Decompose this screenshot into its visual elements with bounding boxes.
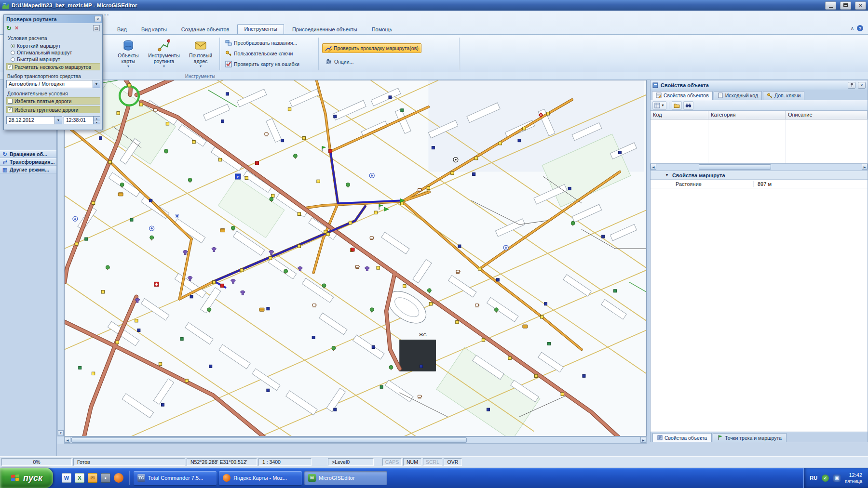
tab-pomosch[interactable]: Помощь: [366, 25, 399, 34]
road-green[interactable]: [208, 90, 237, 107]
poi-bn[interactable]: [267, 307, 270, 310]
building[interactable]: [203, 104, 230, 120]
tab-extra-keys[interactable]: Доп. ключи: [763, 91, 804, 100]
poi-cafe[interactable]: [265, 133, 269, 136]
poi-tree[interactable]: [207, 308, 211, 313]
building[interactable]: [153, 379, 174, 404]
quick-access-grip[interactable]: ··: [104, 12, 110, 18]
poi-yn[interactable]: [523, 127, 526, 130]
dialog-titlebar[interactable]: Проверка роутинга ×: [4, 15, 102, 23]
poi-yn[interactable]: [508, 356, 511, 359]
poi-tree[interactable]: [389, 365, 393, 370]
poi-yn[interactable]: [271, 194, 274, 197]
poi-shirt[interactable]: [298, 266, 302, 271]
open-button[interactable]: [672, 101, 682, 110]
scroll-down-button[interactable]: ▼: [58, 430, 64, 436]
tab-instrumenty[interactable]: Инструменты: [237, 24, 284, 34]
poi-yn[interactable]: [427, 186, 430, 189]
help-icon[interactable]: ?: [857, 25, 863, 31]
poi-yn[interactable]: [116, 341, 119, 343]
road-green[interactable]: [629, 282, 646, 292]
tab-vid[interactable]: Вид: [111, 25, 133, 34]
search-button[interactable]: [683, 101, 693, 110]
routing-tools-button[interactable]: Инструменты роутинга ▾: [148, 37, 180, 73]
poi-tree[interactable]: [332, 346, 336, 351]
poi-shirt[interactable]: [231, 279, 235, 283]
minimize-button[interactable]: [825, 1, 836, 10]
poi-gn[interactable]: [180, 338, 183, 341]
poi-tree[interactable]: [370, 308, 374, 313]
poi-yn[interactable]: [185, 379, 188, 382]
road-sec[interactable]: [179, 239, 191, 299]
column-header-description[interactable]: Описание: [786, 111, 868, 119]
poi-shirt[interactable]: [240, 290, 245, 295]
poi-yn[interactable]: [75, 242, 78, 245]
poi-bn[interactable]: [568, 187, 571, 190]
bottom-tab-object-properties[interactable]: Свойства объекта: [652, 433, 712, 442]
poi-bn[interactable]: [618, 151, 621, 154]
poi-cafe[interactable]: [475, 304, 479, 307]
poi-yn[interactable]: [128, 84, 131, 87]
poi-yn[interactable]: [475, 157, 477, 159]
pin-icon[interactable]: [848, 82, 855, 89]
building[interactable]: [381, 232, 409, 254]
tab-object-properties[interactable]: Свойства объектов: [652, 91, 713, 100]
poi-tree[interactable]: [106, 265, 109, 270]
maximize-button[interactable]: [840, 1, 851, 10]
network-tray-icon[interactable]: ▣: [833, 475, 841, 482]
distance-row[interactable]: Растояние 897 м: [651, 180, 868, 188]
poi-yn[interactable]: [540, 315, 543, 318]
poi-yn[interactable]: [535, 374, 538, 377]
check-route-button[interactable]: Проверить прокладку маршрута(ов): [322, 43, 421, 53]
poi-bn[interactable]: [190, 295, 193, 298]
poi-yn[interactable]: [302, 136, 305, 139]
building[interactable]: [601, 300, 626, 319]
poi-bn[interactable]: [162, 403, 164, 406]
poi-bn[interactable]: [420, 365, 423, 368]
poi-gn[interactable]: [380, 385, 383, 388]
column-header-code[interactable]: Код: [651, 111, 708, 119]
poi-rn[interactable]: [328, 149, 332, 153]
building[interactable]: [290, 89, 319, 107]
task-microgiseditor[interactable]: M MicroGISEditor: [304, 471, 387, 485]
road-main[interactable]: [386, 273, 400, 369]
building[interactable]: [141, 299, 169, 320]
poi-chest[interactable]: [220, 229, 225, 232]
poi-bn[interactable]: [334, 408, 337, 411]
expand-dialog-icon[interactable]: ◳: [93, 25, 100, 31]
radio-optimal-route[interactable]: Оптимальный маршрут: [11, 49, 72, 56]
poi-yn[interactable]: [245, 176, 248, 179]
poi-cafe[interactable]: [370, 237, 374, 239]
poi-chest[interactable]: [259, 308, 264, 311]
poi-yn[interactable]: [326, 233, 329, 236]
building[interactable]: [413, 259, 432, 283]
building[interactable]: [269, 257, 297, 279]
bottom-tab-track-points[interactable]: Точки трека и маршрута: [713, 433, 787, 442]
tab-vid-karty[interactable]: Вид карты: [135, 25, 173, 34]
horizontal-scroll-thumb[interactable]: [71, 437, 467, 443]
poi-yn[interactable]: [213, 281, 216, 284]
building[interactable]: [353, 335, 384, 359]
poi-yn[interactable]: [140, 103, 143, 106]
poi-shirt[interactable]: [183, 251, 188, 255]
poi-yn[interactable]: [159, 362, 162, 365]
poi-rn[interactable]: [351, 248, 354, 251]
poi-tree[interactable]: [293, 154, 297, 159]
poi-rn[interactable]: [220, 284, 224, 287]
check-map-errors-button[interactable]: Проверить карту на ошибки: [223, 60, 302, 68]
building[interactable]: [495, 219, 525, 237]
radio-short-route[interactable]: Короткий маршрут: [11, 42, 61, 49]
poi-yn[interactable]: [298, 212, 300, 215]
poi-gn[interactable]: [548, 343, 551, 345]
route-line[interactable]: [330, 150, 403, 204]
poi-tree[interactable]: [571, 221, 575, 226]
poi-bn[interactable]: [137, 329, 140, 332]
poi-gn[interactable]: [614, 290, 617, 292]
poi-yn[interactable]: [298, 245, 300, 248]
poi-yn[interactable]: [240, 269, 243, 272]
excel-icon[interactable]: X: [75, 473, 84, 483]
chevron-down-icon[interactable]: ▼: [54, 117, 62, 124]
poi-yn[interactable]: [546, 112, 549, 115]
poi-soccer[interactable]: [453, 158, 458, 162]
poi-yn[interactable]: [288, 108, 291, 111]
